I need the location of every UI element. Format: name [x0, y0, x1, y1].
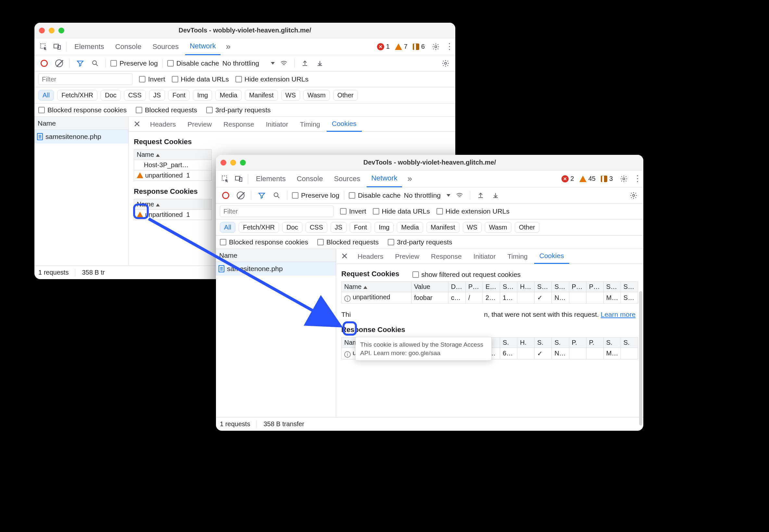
- cookie-row[interactable]: Host-3P_part…: [134, 160, 212, 170]
- filter-input[interactable]: [220, 205, 333, 217]
- pill-wasm[interactable]: Wasm: [485, 222, 512, 233]
- third-party-checkbox[interactable]: 3rd-party requests: [206, 106, 270, 114]
- issue-count[interactable]: ▌3: [601, 175, 613, 182]
- filter-input[interactable]: [38, 73, 132, 85]
- inspect-icon[interactable]: [38, 41, 49, 53]
- col-name[interactable]: Name: [134, 150, 212, 160]
- invert-checkbox[interactable]: Invert: [139, 75, 165, 83]
- cookie-row[interactable]: unpartitioned 1: [134, 170, 212, 181]
- clear-icon[interactable]: [235, 190, 246, 201]
- disable-cache-checkbox[interactable]: Disable cache: [167, 59, 219, 67]
- device-toggle-icon[interactable]: [51, 41, 63, 53]
- record-icon[interactable]: [38, 57, 50, 69]
- warning-count[interactable]: 45: [579, 175, 596, 182]
- pill-css[interactable]: CSS: [305, 222, 327, 233]
- hide-data-urls-checkbox[interactable]: Hide data URLs: [172, 75, 229, 83]
- name-column-header[interactable]: Name: [216, 249, 336, 262]
- settings-icon[interactable]: [618, 173, 630, 185]
- blocked-cookies-checkbox[interactable]: Blocked response cookies: [38, 106, 127, 114]
- upload-icon[interactable]: [299, 57, 311, 69]
- pill-media[interactable]: Media: [215, 90, 241, 101]
- wifi-icon[interactable]: [454, 190, 465, 201]
- disable-cache-checkbox[interactable]: Disable cache: [349, 192, 401, 199]
- pill-fetchxhr[interactable]: Fetch/XHR: [57, 90, 97, 101]
- tab-sources[interactable]: Sources: [329, 170, 365, 187]
- request-row[interactable]: samesitenone.php: [34, 130, 128, 143]
- pill-img[interactable]: Img: [374, 222, 394, 233]
- tab-console[interactable]: Console: [292, 170, 328, 187]
- pill-font[interactable]: Font: [350, 222, 371, 233]
- preserve-log-checkbox[interactable]: Preserve log: [292, 192, 339, 199]
- pill-all[interactable]: All: [220, 222, 235, 233]
- pill-js[interactable]: JS: [330, 222, 346, 233]
- preserve-log-checkbox[interactable]: Preserve log: [110, 59, 158, 67]
- hide-data-urls-checkbox[interactable]: Hide data URLs: [373, 207, 430, 215]
- tab-network[interactable]: Network: [366, 170, 402, 187]
- request-row[interactable]: samesitenone.php: [216, 262, 336, 276]
- warning-count[interactable]: 7: [395, 43, 408, 50]
- blocked-cookies-checkbox[interactable]: Blocked response cookies: [220, 238, 308, 246]
- panel-settings-icon[interactable]: [440, 57, 452, 69]
- throttling-select[interactable]: No throttling: [404, 192, 451, 199]
- hide-ext-urls-checkbox[interactable]: Hide extension URLs: [437, 207, 510, 215]
- dtab-preview[interactable]: Preview: [182, 117, 217, 132]
- pill-manifest[interactable]: Manifest: [427, 222, 460, 233]
- pill-doc[interactable]: Doc: [101, 90, 121, 101]
- filter-icon[interactable]: [256, 190, 267, 201]
- dtab-cookies[interactable]: Cookies: [327, 117, 362, 132]
- pill-ws[interactable]: WS: [463, 222, 482, 233]
- col-name[interactable]: Name: [134, 199, 212, 210]
- col-name[interactable]: Name: [341, 282, 412, 292]
- pill-ws[interactable]: WS: [281, 90, 300, 101]
- scrollbar[interactable]: [639, 291, 642, 426]
- pill-doc[interactable]: Doc: [282, 222, 302, 233]
- more-tabs-icon[interactable]: »: [404, 173, 416, 185]
- pill-css[interactable]: CSS: [124, 90, 146, 101]
- pill-fetchxhr[interactable]: Fetch/XHR: [239, 222, 279, 233]
- pill-js[interactable]: JS: [149, 90, 165, 101]
- dtab-timing[interactable]: Timing: [502, 249, 533, 264]
- tab-network[interactable]: Network: [185, 38, 220, 55]
- kebab-icon[interactable]: ⋮: [444, 41, 455, 53]
- tab-console[interactable]: Console: [111, 38, 146, 55]
- clear-icon[interactable]: [53, 57, 65, 69]
- third-party-checkbox[interactable]: 3rd-party requests: [388, 238, 452, 246]
- cookie-row[interactable]: iunpartitioned foobar c…/2…1…N…M…S…: [341, 292, 638, 303]
- dtab-response[interactable]: Response: [218, 117, 259, 132]
- error-count[interactable]: ✕1: [377, 43, 390, 50]
- pill-manifest[interactable]: Manifest: [245, 90, 278, 101]
- pill-other[interactable]: Other: [515, 222, 540, 233]
- device-toggle-icon[interactable]: [233, 173, 244, 185]
- download-icon[interactable]: [314, 57, 326, 69]
- panel-settings-icon[interactable]: [628, 190, 639, 201]
- tab-elements[interactable]: Elements: [251, 170, 290, 187]
- pill-media[interactable]: Media: [397, 222, 423, 233]
- name-column-header[interactable]: Name: [34, 117, 128, 130]
- blocked-requests-checkbox[interactable]: Blocked requests: [136, 106, 197, 114]
- dtab-headers[interactable]: Headers: [352, 249, 389, 264]
- dtab-cookies[interactable]: Cookies: [534, 249, 569, 264]
- error-count[interactable]: ✕2: [562, 175, 574, 182]
- show-filtered-checkbox[interactable]: show filtered out request cookies: [413, 271, 521, 278]
- pill-wasm[interactable]: Wasm: [303, 90, 330, 101]
- dtab-initiator[interactable]: Initiator: [261, 117, 293, 132]
- inspect-icon[interactable]: [219, 173, 231, 185]
- search-icon[interactable]: [271, 190, 282, 201]
- dtab-response[interactable]: Response: [426, 249, 467, 264]
- wifi-icon[interactable]: [278, 57, 290, 69]
- throttling-select[interactable]: No throttling: [222, 59, 275, 67]
- invert-checkbox[interactable]: Invert: [340, 207, 366, 215]
- dtab-headers[interactable]: Headers: [145, 117, 181, 132]
- pill-all[interactable]: All: [38, 90, 54, 101]
- hide-ext-urls-checkbox[interactable]: Hide extension URLs: [235, 75, 308, 83]
- close-details-icon[interactable]: ✕: [338, 251, 351, 261]
- upload-icon[interactable]: [475, 190, 487, 201]
- kebab-icon[interactable]: ⋮: [632, 173, 643, 185]
- settings-icon[interactable]: [430, 41, 442, 53]
- blocked-requests-checkbox[interactable]: Blocked requests: [317, 238, 378, 246]
- close-details-icon[interactable]: ✕: [130, 119, 143, 129]
- more-tabs-icon[interactable]: »: [222, 41, 234, 53]
- download-icon[interactable]: [490, 190, 502, 201]
- cookie-row[interactable]: unpartitioned 1: [134, 210, 212, 220]
- tab-sources[interactable]: Sources: [148, 38, 183, 55]
